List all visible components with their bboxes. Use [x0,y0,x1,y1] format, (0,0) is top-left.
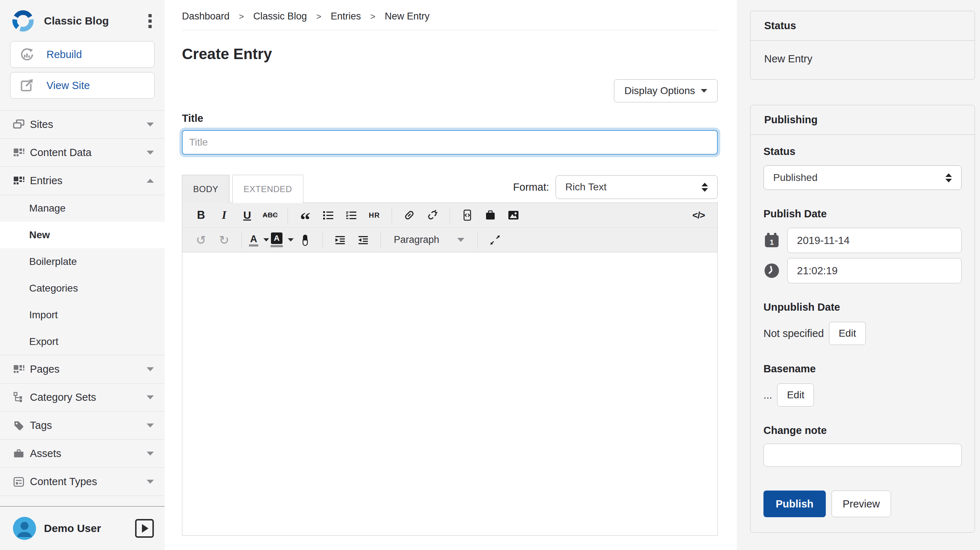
chevron-down-icon [263,238,269,241]
strikethrough-icon[interactable]: ABC [259,204,282,226]
fullscreen-icon[interactable] [484,229,507,251]
view-site-button[interactable]: View Site [10,72,154,99]
svg-text:1: 1 [770,238,773,246]
status-label: Status [764,146,962,158]
sidebar-item-label: Sites [30,119,146,131]
format-label: Format: [513,181,549,193]
indent-icon[interactable] [329,229,352,251]
sites-icon [11,119,26,131]
sidebar: Classic Blog Rebuild View Site Sites [0,0,165,550]
breadcrumb: Dashboard > Classic Blog > Entries > New… [182,0,718,30]
view-site-icon [19,78,35,93]
pages-icon [11,363,26,376]
editor-content-area[interactable] [182,252,718,536]
status-panel: Status New Entry [750,11,975,80]
format-select[interactable]: Rich Text [555,175,718,199]
basename-label: Basename [764,363,962,375]
title-input[interactable] [182,130,718,155]
publish-button[interactable]: Publish [764,491,826,517]
change-note-input[interactable] [764,444,962,467]
sidebar-subitem-export[interactable]: Export [0,328,165,355]
publish-date-label: Publish Date [764,208,962,220]
breadcrumb-separator: > [371,11,375,22]
sidebar-subitem-categories[interactable]: Categories [0,275,165,302]
sidebar-item-sites[interactable]: Sites [0,110,165,139]
kebab-menu-icon[interactable] [146,12,154,30]
sidebar-item-label: Content Types [30,476,146,488]
calendar-icon[interactable]: 1 [764,232,780,249]
insert-snippet-icon[interactable] [456,204,479,226]
underline-icon[interactable]: U [235,204,259,226]
unpublish-edit-button[interactable]: Edit [829,322,866,345]
tab-extended[interactable]: EXTENDED [232,175,303,203]
entry-status-select[interactable]: Published [764,166,962,190]
sidebar-collapse-icon[interactable] [135,519,154,538]
entries-submenu: Manage New Boilerplate Categories Import… [0,194,165,355]
remove-format-icon[interactable] [294,229,317,251]
sidebar-item-label: Entries [30,175,146,187]
publish-time-input[interactable] [787,258,962,283]
italic-icon[interactable]: I [213,204,235,226]
chevron-down-icon [146,424,154,427]
sidebar-item-pages[interactable]: Pages [0,355,165,383]
rebuild-label: Rebuild [46,49,82,61]
sidebar-filler [0,496,165,506]
source-code-icon[interactable]: </> [687,204,710,226]
select-arrows-icon [945,173,952,182]
breadcrumb-entries[interactable]: Entries [331,11,361,22]
background-color-button[interactable]: A [270,229,294,251]
text-color-icon: A [249,234,258,247]
sidebar-item-label: Tags [30,419,146,431]
display-options-label: Display Options [624,85,695,97]
title-label: Title [182,112,718,124]
unlink-icon[interactable] [421,204,444,226]
undo-icon[interactable]: ↺ [189,229,213,251]
text-color-button[interactable]: A [248,229,270,251]
background-color-icon: A [270,233,283,247]
sidebar-subitem-manage[interactable]: Manage [0,195,165,222]
rebuild-icon [19,46,35,62]
breadcrumb-site[interactable]: Classic Blog [253,11,307,22]
display-options-button[interactable]: Display Options [614,79,718,102]
body-editor: BODY EXTENDED Format: Rich Text B I U AB… [182,175,718,536]
sidebar-item-content-data[interactable]: Content Data [0,139,165,166]
publishing-panel-title: Publishing [751,105,975,135]
sidebar-subitem-boilerplate[interactable]: Boilerplate [0,248,165,275]
status-panel-value: New Entry [751,41,975,79]
blockquote-icon[interactable]: “ [294,204,317,226]
sidebar-item-content-types[interactable]: Content Types [0,467,165,496]
insert-link-icon[interactable] [398,204,421,226]
basename-edit-button[interactable]: Edit [777,384,814,407]
bold-icon[interactable]: B [189,204,213,226]
select-arrows-icon [702,183,708,192]
sidebar-item-entries[interactable]: Entries [0,166,165,194]
tab-body[interactable]: BODY [182,175,229,203]
redo-icon[interactable]: ↻ [213,229,235,251]
publish-date-input[interactable] [787,228,962,253]
entry-status-value: Published [773,172,937,183]
sidebar-subitem-import[interactable]: Import [0,302,165,328]
chevron-down-icon [146,151,154,155]
outdent-icon[interactable] [352,229,375,251]
sidebar-subitem-new[interactable]: New [0,222,165,248]
paragraph-format-select[interactable]: Paragraph [387,229,472,251]
unordered-list-icon[interactable] [317,204,340,226]
sidebar-item-label: Pages [30,363,146,375]
sidebar-item-tags[interactable]: Tags [0,411,165,439]
assets-icon [11,448,26,460]
chevron-down-icon [146,123,154,126]
sidebar-item-label: Content Data [30,147,146,159]
insert-image-icon[interactable] [502,204,525,226]
horizontal-rule-icon[interactable]: HR [363,204,386,226]
sidebar-item-category-sets[interactable]: Category Sets [0,383,165,411]
rebuild-button[interactable]: Rebuild [10,41,154,68]
view-site-label: View Site [46,80,90,92]
sidebar-item-assets[interactable]: Assets [0,439,165,467]
insert-asset-icon[interactable] [479,204,502,226]
sidebar-menu: Sites Content Data Entries Manage New Bo… [0,110,165,496]
ordered-list-icon[interactable] [340,204,363,226]
movable-type-logo [11,10,35,32]
clock-icon [764,262,780,279]
breadcrumb-dashboard[interactable]: Dashboard [182,11,229,22]
preview-button[interactable]: Preview [832,491,891,517]
